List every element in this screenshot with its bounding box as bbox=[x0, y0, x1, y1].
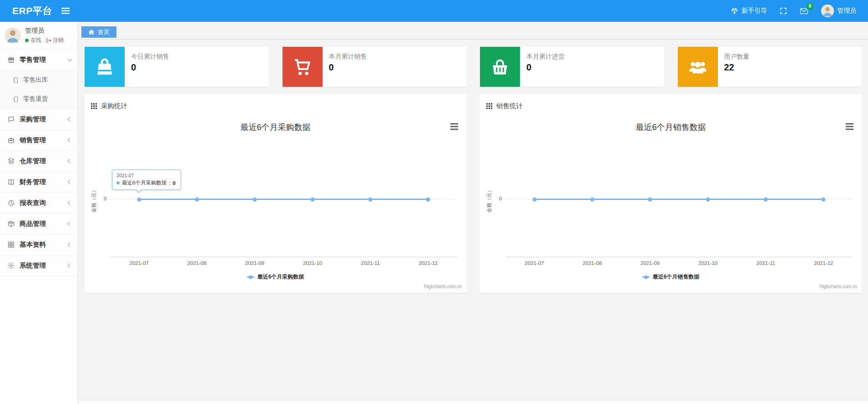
legend-item[interactable]: 最近6个月采购数据 bbox=[85, 273, 466, 281]
sidebar-item-sales[interactable]: 销售管理 bbox=[0, 130, 78, 151]
fullscreen-icon bbox=[780, 7, 787, 15]
chevron-left-icon bbox=[68, 117, 72, 122]
plot-area: 2021-07 2021-08 2021-09 2021-10 2021-11 … bbox=[110, 112, 457, 293]
logout-icon bbox=[46, 38, 51, 43]
submenu-item-label: 零售出库 bbox=[23, 76, 48, 84]
sidebar-toggle-button[interactable] bbox=[58, 3, 73, 19]
sidebar-item-label: 基本资料 bbox=[20, 240, 64, 249]
chevron-left-icon bbox=[68, 264, 72, 268]
online-status-label: 在线 bbox=[30, 36, 41, 44]
x-tick-label: 2021-08 bbox=[187, 260, 207, 266]
x-tick-label: 2021-09 bbox=[641, 260, 660, 266]
data-point[interactable] bbox=[426, 198, 430, 202]
chevron-left-icon bbox=[68, 159, 72, 164]
plot-area: 2021-07 2021-08 2021-09 2021-10 2021-11 … bbox=[505, 112, 853, 293]
logout-link[interactable]: 注销 bbox=[46, 36, 64, 44]
sidebar-item-label: 仓库管理 bbox=[20, 157, 64, 165]
basket-icon bbox=[480, 47, 520, 87]
data-point[interactable] bbox=[532, 198, 536, 202]
data-point[interactable] bbox=[195, 198, 199, 202]
user-menu[interactable]: 管理员 bbox=[821, 5, 856, 17]
sidebar-item-system[interactable]: 系统管理 bbox=[0, 255, 78, 276]
sidebar-item-products[interactable]: 商品管理 bbox=[0, 214, 78, 234]
x-tick-label: 2021-12 bbox=[419, 260, 438, 266]
stat-label: 今日累计销售 bbox=[131, 53, 169, 61]
series-dot-icon bbox=[116, 181, 120, 185]
legend-item[interactable]: 最近6个月销售数据 bbox=[480, 273, 862, 281]
data-point[interactable] bbox=[648, 198, 652, 202]
sales-chart: 最近6个月销售数据 金额（元） 0 2021-07 bbox=[480, 112, 862, 293]
panel-title: 销售统计 bbox=[496, 102, 523, 110]
x-axis-line bbox=[110, 257, 457, 257]
data-point[interactable] bbox=[137, 198, 141, 202]
avatar bbox=[5, 27, 21, 44]
user-name-label: 管理员 bbox=[837, 7, 856, 15]
stat-label: 本月累计销售 bbox=[329, 53, 367, 61]
stat-label: 本月累计进货 bbox=[526, 53, 565, 61]
data-point[interactable] bbox=[368, 198, 373, 202]
stat-card-user-count: 用户数量 22 bbox=[678, 47, 862, 87]
grid-icon bbox=[7, 241, 15, 249]
open-book-icon bbox=[7, 178, 15, 186]
data-point[interactable] bbox=[252, 198, 257, 202]
highcharts-credit-link[interactable]: Highcharts.com.cn bbox=[424, 284, 462, 289]
sidebar-item-reports[interactable]: 报表查询 bbox=[0, 193, 78, 214]
guide-label: 新手引导 bbox=[742, 7, 767, 15]
messages-button[interactable]: 0 bbox=[800, 7, 808, 15]
sidebar-item-retail[interactable]: 零售管理 bbox=[0, 50, 78, 70]
chat-square-icon bbox=[7, 115, 15, 123]
sidebar-item-retail-outbound[interactable]: 零售出库 bbox=[0, 70, 78, 90]
chart-tooltip: 2021-07 最近6个月采购数据: 0 bbox=[112, 170, 181, 190]
data-point[interactable] bbox=[706, 198, 710, 202]
data-point[interactable] bbox=[311, 198, 315, 202]
chart-panels-row: 采购统计 最近6个月采购数据 金额（元） 0 bbox=[85, 94, 862, 293]
fullscreen-button[interactable] bbox=[780, 7, 787, 15]
sales-stats-panel: 销售统计 最近6个月销售数据 金额（元） 0 bbox=[480, 94, 862, 293]
sidebar-item-label: 商品管理 bbox=[20, 219, 64, 228]
x-tick-label: 2021-11 bbox=[757, 260, 775, 266]
message-count-badge: 0 bbox=[807, 3, 813, 10]
chevron-left-icon bbox=[68, 138, 72, 143]
diamond-icon bbox=[731, 7, 738, 15]
x-axis-line bbox=[505, 257, 853, 257]
layers-icon bbox=[7, 157, 15, 165]
online-status-dot bbox=[25, 39, 29, 42]
app-logo[interactable]: ERP平台 bbox=[0, 5, 58, 17]
stat-value: 0 bbox=[131, 62, 169, 73]
footer-strip bbox=[79, 400, 868, 404]
sidebar-item-retail-return[interactable]: 零售退货 bbox=[0, 90, 78, 109]
data-point[interactable] bbox=[590, 198, 594, 202]
breadcrumb-bar: 首页 bbox=[79, 22, 868, 40]
guide-link[interactable]: 新手引导 bbox=[731, 7, 767, 15]
series-line bbox=[535, 199, 824, 200]
x-tick-label: 2021-07 bbox=[129, 260, 148, 266]
legend-label: 最近6个月采购数据 bbox=[257, 273, 304, 281]
stat-label: 用户数量 bbox=[724, 53, 750, 61]
purchase-chart: 最近6个月采购数据 金额（元） 0 2021-07 bbox=[85, 112, 466, 293]
x-tick-label: 2021-09 bbox=[245, 260, 264, 266]
stat-card-month-purchase: 本月累计进货 0 bbox=[480, 47, 664, 87]
data-point[interactable] bbox=[822, 198, 826, 202]
sidebar: 管理员 在线 注销 零售管理 bbox=[0, 22, 78, 404]
sidebar-item-warehouse[interactable]: 仓库管理 bbox=[0, 151, 78, 172]
sidebar-item-basic-data[interactable]: 基本资料 bbox=[0, 234, 78, 255]
breadcrumb-home-tab[interactable]: 首页 bbox=[81, 26, 116, 38]
sidebar-item-finance[interactable]: 财务管理 bbox=[0, 172, 78, 193]
series-line bbox=[139, 199, 429, 200]
sidebar-item-label: 财务管理 bbox=[20, 178, 64, 186]
sidebar-item-label: 采购管理 bbox=[20, 115, 64, 124]
sidebar-item-label: 销售管理 bbox=[20, 136, 64, 145]
breadcrumb-label: 首页 bbox=[98, 28, 110, 36]
shopping-bag-icon bbox=[85, 47, 125, 87]
highcharts-credit-link[interactable]: Highcharts.com.cn bbox=[819, 284, 857, 289]
grid-dots-icon bbox=[91, 103, 97, 109]
x-tick-label: 2021-10 bbox=[698, 260, 717, 266]
chevron-left-icon bbox=[68, 222, 72, 226]
sidebar-item-procurement[interactable]: 采购管理 bbox=[0, 109, 78, 130]
top-navbar: ERP平台 新手引导 0 管理员 bbox=[0, 0, 868, 22]
sidebar-item-label: 报表查询 bbox=[20, 199, 64, 207]
data-point[interactable] bbox=[764, 198, 768, 202]
stat-cards-row: 今日累计销售 0 本月累计销售 0 bbox=[85, 47, 862, 87]
stat-card-today-sales: 今日累计销售 0 bbox=[85, 47, 269, 87]
chevron-left-icon bbox=[68, 180, 72, 185]
